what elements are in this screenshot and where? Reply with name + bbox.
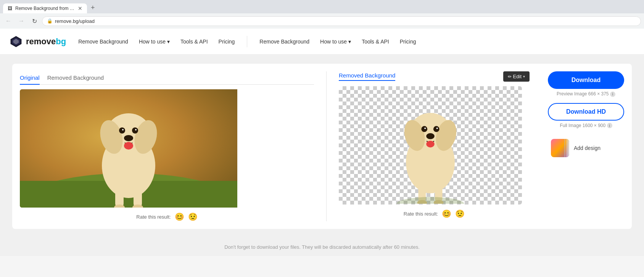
- sad-rate-right[interactable]: 😟: [455, 209, 465, 218]
- svg-point-15: [124, 142, 133, 150]
- tab-close-button[interactable]: ✕: [78, 6, 82, 11]
- address-bar[interactable]: 🔒 remove.bg/upload: [42, 16, 641, 26]
- add-design-label: Add design: [574, 145, 601, 151]
- lock-icon: 🔒: [47, 18, 53, 24]
- nav-remove-background-2[interactable]: Remove Background: [259, 39, 309, 45]
- nav-pricing[interactable]: Pricing: [219, 39, 235, 45]
- svg-point-28: [426, 133, 435, 139]
- pencil-icon: ✏: [508, 74, 512, 79]
- svg-point-11: [132, 127, 138, 134]
- footer-note: Don't forget to download your files. The…: [0, 238, 644, 256]
- svg-point-34: [396, 197, 464, 204]
- browser-tab[interactable]: 🖼 Remove Background from Image ✕: [3, 3, 87, 13]
- chevron-edit-icon: ▾: [523, 74, 525, 79]
- nav-separator: [247, 36, 247, 47]
- svg-point-24: [421, 126, 427, 132]
- tab-removed-background[interactable]: Removed Background: [339, 72, 395, 81]
- removed-image: [339, 86, 522, 205]
- svg-point-12: [122, 129, 124, 130]
- full-info-icon[interactable]: i: [607, 123, 612, 128]
- svg-point-29: [426, 140, 435, 147]
- svg-rect-16: [115, 187, 124, 208]
- panel-divider: [326, 71, 327, 221]
- edit-button[interactable]: ✏ Edit ▾: [503, 71, 530, 82]
- forward-button[interactable]: →: [16, 16, 27, 26]
- rate-label-left: Rate this result:: [136, 214, 171, 220]
- add-design-row[interactable]: Add design: [548, 136, 624, 160]
- tab-title: Remove Background from Image: [15, 6, 76, 11]
- nav-pricing-2[interactable]: Pricing: [400, 39, 416, 45]
- svg-rect-17: [134, 187, 142, 208]
- logo[interactable]: removebg: [9, 35, 66, 48]
- logo-text: removebg: [26, 37, 66, 47]
- nav-remove-background[interactable]: Remove Background: [78, 39, 128, 45]
- svg-point-27: [436, 127, 438, 129]
- preview-info: Preview Image 666 × 375 i: [548, 91, 624, 97]
- tab-removed-bg-left[interactable]: Removed Background: [47, 71, 104, 85]
- reload-button[interactable]: ↻: [29, 16, 40, 26]
- svg-point-14: [124, 135, 133, 141]
- left-tabs: Original Removed Background: [20, 71, 314, 85]
- design-preview-thumbnail: [551, 139, 569, 157]
- original-image: [20, 89, 237, 208]
- sad-rate-left[interactable]: 😟: [188, 212, 198, 221]
- nav-how-to-use[interactable]: How to use ▾: [139, 39, 170, 45]
- svg-point-25: [433, 126, 440, 132]
- preview-info-icon[interactable]: i: [610, 92, 615, 97]
- full-info: Full Image 1600 × 900 i: [548, 123, 624, 129]
- back-button[interactable]: ←: [3, 16, 14, 26]
- chevron-down-icon-2: ▾: [348, 39, 351, 45]
- navbar: removebg Remove Background How to use ▾ …: [0, 29, 644, 55]
- happy-rate-right[interactable]: 😊: [442, 209, 451, 218]
- tab-favicon: 🖼: [8, 6, 13, 11]
- svg-point-13: [135, 129, 137, 130]
- left-pane: Original Removed Background: [20, 71, 314, 221]
- rate-section-left: Rate this result: 😊 😟: [20, 212, 314, 221]
- svg-point-10: [119, 127, 125, 134]
- nav-how-to-use-2[interactable]: How to use ▾: [320, 39, 351, 45]
- address-text: remove.bg/upload: [55, 18, 95, 24]
- svg-point-26: [424, 127, 426, 129]
- primary-nav: Remove Background How to use ▾ Tools & A…: [78, 39, 235, 45]
- nav-tools-api-2[interactable]: Tools & API: [362, 39, 389, 45]
- rate-section-right: Rate this result: 😊 😟: [339, 209, 530, 218]
- download-button[interactable]: Download: [548, 71, 624, 89]
- puppy-cutout: [339, 86, 522, 205]
- removed-image-area: [339, 86, 530, 205]
- sidebar-actions: Download Preview Image 666 × 375 i Downl…: [548, 71, 624, 160]
- new-tab-button[interactable]: +: [88, 2, 98, 13]
- right-pane: Removed Background ✏ Edit ▾: [339, 71, 530, 218]
- download-hd-button[interactable]: Download HD: [548, 103, 624, 121]
- tab-original[interactable]: Original: [20, 71, 40, 85]
- nav-tools-api[interactable]: Tools & API: [180, 39, 208, 45]
- original-image-container: [20, 89, 314, 208]
- chevron-down-icon: ▾: [167, 39, 170, 45]
- secondary-nav: Remove Background How to use ▾ Tools & A…: [259, 39, 416, 45]
- rate-label-right: Rate this result:: [404, 211, 438, 217]
- happy-rate-left[interactable]: 😊: [175, 212, 184, 221]
- right-header: Removed Background ✏ Edit ▾: [339, 71, 530, 82]
